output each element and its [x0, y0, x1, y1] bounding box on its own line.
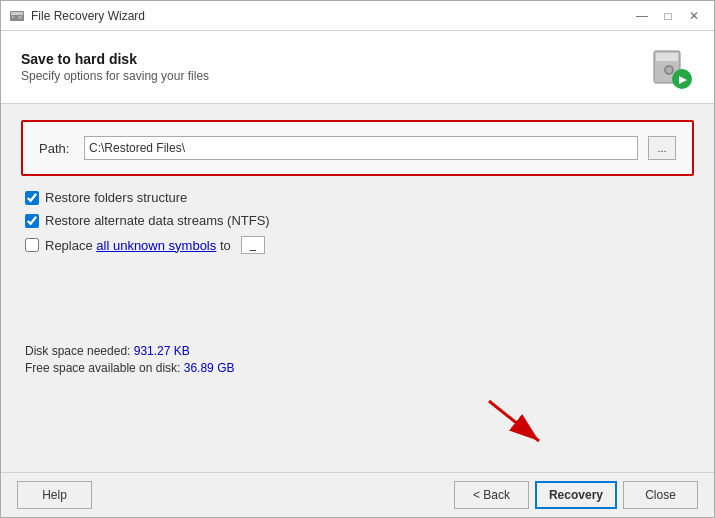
close-button[interactable]: ✕: [682, 6, 706, 26]
back-button[interactable]: < Back: [454, 481, 529, 509]
title-bar-left: File Recovery Wizard: [9, 8, 145, 24]
title-text: File Recovery Wizard: [31, 9, 145, 23]
footer-right: < Back Recovery Close: [454, 481, 698, 509]
svg-line-11: [489, 401, 539, 441]
help-button[interactable]: Help: [17, 481, 92, 509]
free-space-available: Free space available on disk: 36.89 GB: [25, 361, 690, 375]
svg-rect-7: [666, 67, 672, 73]
maximize-button[interactable]: □: [656, 6, 680, 26]
replace-symbols-checkbox[interactable]: [25, 238, 39, 252]
main-window: File Recovery Wizard — □ ✕ Save to hard …: [0, 0, 715, 518]
content-area: Path: ... Restore folders structure Rest…: [1, 104, 714, 472]
recovery-button[interactable]: Recovery: [535, 481, 617, 509]
svg-rect-2: [18, 16, 22, 19]
header-section: Save to hard disk Specify options for sa…: [1, 31, 714, 104]
title-bar-controls: — □ ✕: [630, 6, 706, 26]
disk-recovery-icon: [646, 43, 694, 91]
minimize-button[interactable]: —: [630, 6, 654, 26]
restore-streams-checkbox[interactable]: [25, 214, 39, 228]
disk-space-needed: Disk space needed: 931.27 KB: [25, 344, 690, 358]
restore-streams-label: Restore alternate data streams (NTFS): [45, 213, 270, 228]
svg-rect-5: [656, 53, 678, 61]
footer-left: Help: [17, 481, 92, 509]
disk-info: Disk space needed: 931.27 KB Free space …: [21, 336, 694, 382]
replace-symbols-label: Replace all unknown symbols to: [45, 238, 231, 253]
header-icon: [646, 43, 694, 91]
path-label: Path:: [39, 141, 74, 156]
restore-folders-checkbox[interactable]: [25, 191, 39, 205]
svg-rect-1: [11, 12, 23, 15]
options-section: Restore folders structure Restore altern…: [21, 190, 694, 254]
arrow-area: [21, 396, 694, 456]
browse-button[interactable]: ...: [648, 136, 676, 160]
title-bar: File Recovery Wizard — □ ✕: [1, 1, 714, 31]
footer: Help < Back Recovery Close: [1, 472, 714, 517]
spacer: [21, 268, 694, 322]
option-row-3: Replace all unknown symbols to: [25, 236, 694, 254]
path-row: Path: ...: [39, 136, 676, 160]
close-window-button[interactable]: Close: [623, 481, 698, 509]
path-input[interactable]: [84, 136, 638, 160]
path-section: Path: ...: [21, 120, 694, 176]
arrow-icon: [474, 396, 554, 451]
symbol-input[interactable]: [241, 236, 265, 254]
header-text: Save to hard disk Specify options for sa…: [21, 51, 209, 83]
page-subtitle: Specify options for saving your files: [21, 69, 209, 83]
app-icon: [9, 8, 25, 24]
option-row-1: Restore folders structure: [25, 190, 694, 205]
page-title: Save to hard disk: [21, 51, 209, 67]
restore-folders-label: Restore folders structure: [45, 190, 187, 205]
option-row-2: Restore alternate data streams (NTFS): [25, 213, 694, 228]
svg-point-3: [12, 15, 15, 18]
